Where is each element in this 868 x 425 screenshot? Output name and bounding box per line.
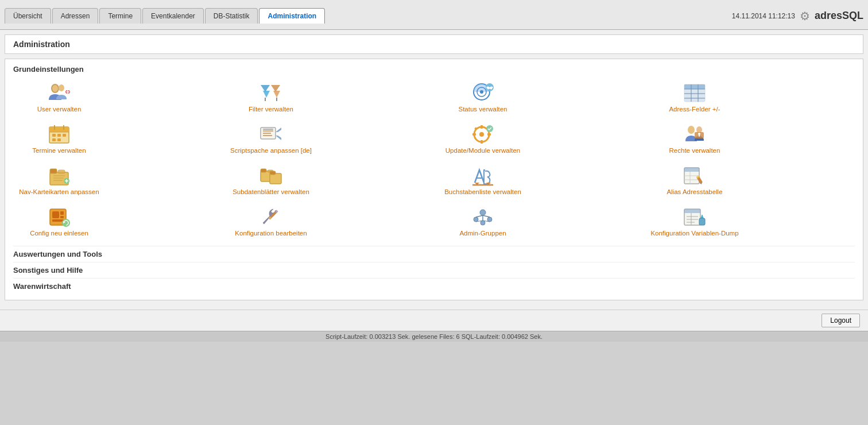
icon-subdatenblatter-label[interactable]: Subdatenblätter verwalten [232,188,309,195]
sonstiges-header[interactable]: Sonstiges und Hilfe [13,262,855,278]
icon-admin-gruppen[interactable]: Admin-Gruppen [437,207,529,237]
status-bar: Script-Laufzeit: 0.003213 Sek. gelesene … [0,331,868,342]
page-title-bar: Administration [5,34,863,54]
icon-nav-karteikarten-label[interactable]: Nav-Karteikarten anpassen [19,188,99,195]
icon-user-verwalten-label[interactable]: User verwalten [37,106,82,113]
top-bar: Übersicht Adressen Termine Eventkalender… [0,0,868,30]
svg-point-2 [59,84,64,91]
top-right: 14.11.2014 11:12:13 ⚙ adresSQL [732,9,863,23]
tab-adressen[interactable]: Adressen [52,8,99,24]
icon-update-module[interactable]: Update/Module verwalten [437,124,529,154]
icon-adress-felder-label[interactable]: Adress-Felder +/- [669,106,720,113]
svg-rect-101 [699,218,705,225]
svg-marker-7 [263,91,270,98]
grundeinstellungen-section: Grundeinstellungen User verwalten [5,59,863,300]
logout-button[interactable]: Logout [822,314,860,327]
grundeinstellungen-title: Grundeinstellungen [13,65,855,74]
svg-point-87 [474,217,478,222]
datetime: 14.11.2014 11:12:13 [732,12,795,20]
icon-rechte-verwalten[interactable]: Rechte verwalten [649,124,741,154]
page-title: Administration [13,40,70,49]
tab-eventkalender[interactable]: Eventkalender [142,8,204,24]
tabs: Übersicht Adressen Termine Eventkalender… [5,8,325,24]
icon-admin-gruppen-label[interactable]: Admin-Gruppen [459,230,506,237]
warenwirtschaft-header[interactable]: Warenwirtschaft [13,278,855,294]
icon-filter-verwalten-label[interactable]: Filter verwalten [249,106,293,113]
svg-rect-64 [270,173,281,184]
auswertungen-header[interactable]: Auswertungen und Tools [13,246,855,262]
svg-rect-79 [60,216,64,218]
logo-text: adresSQL [815,10,863,22]
icon-alias-adresstabelle-label[interactable]: Alias Adresstabelle [666,188,722,195]
icon-subdatenblatter[interactable]: Subdatenblätter verwalten [225,165,317,195]
svg-rect-62 [261,169,266,172]
svg-point-14 [480,90,483,94]
tab-dbstatistik[interactable]: DB-Statistik [205,8,258,24]
tab-termine[interactable]: Termine [99,8,141,24]
svg-point-89 [487,217,492,222]
svg-rect-96 [684,209,700,213]
icon-konfiguration-bearbeiten-label[interactable]: Konfiguration bearbeiten [235,230,307,237]
svg-point-88 [480,221,485,225]
svg-rect-53 [50,169,57,173]
icon-alias-adresstabelle[interactable]: Alias Adresstabelle [649,165,741,195]
main-wrapper: Administration Grundeinstellungen User v… [0,30,868,310]
icon-status-verwalten-label[interactable]: Status verwalten [458,106,507,113]
svg-rect-22 [684,84,705,89]
icon-update-module-label[interactable]: Update/Module verwalten [445,147,520,154]
svg-marker-9 [273,91,280,98]
svg-point-86 [480,210,486,215]
icon-scriptsprache[interactable]: Scriptspache anpassen [de] [225,124,317,154]
svg-rect-40 [480,125,483,129]
svg-rect-80 [52,219,64,222]
svg-rect-65 [270,171,276,175]
svg-rect-77 [52,211,59,218]
svg-rect-37 [263,129,273,130]
icon-scriptsprache-label[interactable]: Scriptspache anpassen [de] [230,147,312,154]
svg-rect-32 [57,138,61,141]
svg-rect-28 [52,134,56,137]
icon-buchstabenliste[interactable]: Buchstabenliste verwalten [437,165,529,195]
icon-konfiguration-bearbeiten[interactable]: Konfiguration bearbeiten [225,207,317,237]
icon-konfiguration-variablen-dump-label[interactable]: Konfiguration Variablen-Dump [650,230,738,237]
svg-rect-42 [472,133,476,136]
svg-rect-78 [60,211,64,215]
icon-rechte-verwalten-label[interactable]: Rechte verwalten [669,147,720,154]
svg-point-39 [479,132,484,137]
icon-filter-verwalten[interactable]: Filter verwalten [225,83,317,113]
svg-point-1 [52,85,58,92]
svg-point-47 [688,126,695,134]
svg-rect-30 [63,134,66,137]
svg-rect-41 [480,140,483,144]
svg-rect-24 [49,127,69,132]
icon-buchstabenliste-label[interactable]: Buchstabenliste verwalten [444,188,521,195]
svg-rect-51 [699,134,700,137]
tab-administration[interactable]: Administration [259,8,325,24]
icon-nav-karteikarten[interactable]: Nav-Karteikarten anpassen [13,165,105,195]
icon-termine-verwalten[interactable]: Termine verwalten [13,124,105,154]
icons-grid: User verwalten Filter verwalten [13,83,855,237]
logo-icon: ⚙ [800,9,810,23]
icon-termine-verwalten-label[interactable]: Termine verwalten [32,147,86,154]
icon-config-neu-einlesen[interactable]: Config neu einlesen [13,207,105,237]
icon-config-neu-einlesen-label[interactable]: Config neu einlesen [30,230,88,237]
svg-rect-54 [58,170,65,173]
tab-ubersicht[interactable]: Übersicht [5,8,51,24]
icon-status-verwalten[interactable]: Status verwalten [437,83,529,113]
svg-rect-29 [57,134,61,137]
icon-adress-felder[interactable]: Adress-Felder +/- [649,83,741,113]
svg-line-90 [476,215,483,217]
svg-rect-68 [684,168,699,172]
bottom-bar: Logout [0,310,868,331]
icon-konfiguration-variablen-dump[interactable]: Konfiguration Variablen-Dump [649,207,741,237]
svg-rect-43 [487,133,491,136]
icon-user-verwalten[interactable]: User verwalten [13,83,105,113]
svg-rect-31 [52,138,56,141]
svg-line-92 [483,215,490,217]
